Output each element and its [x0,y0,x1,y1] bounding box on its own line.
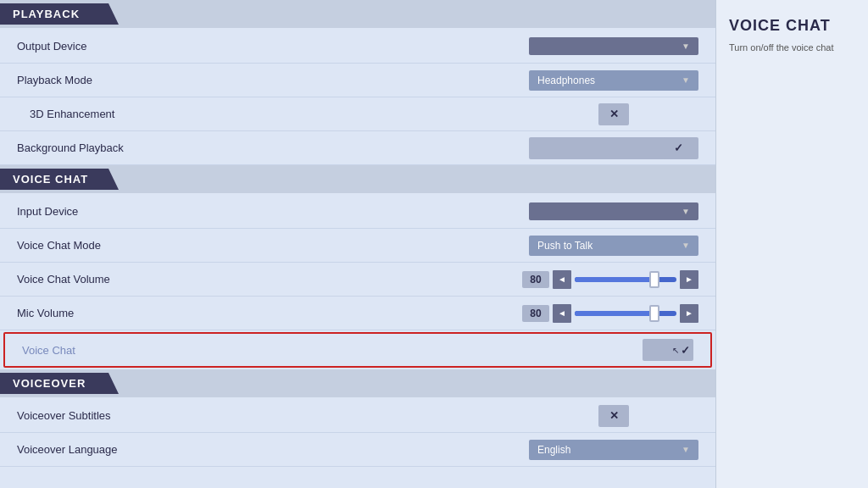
voicechat-section-header-row: VOICE CHAT [0,165,715,193]
output-device-label: Output Device [17,40,529,53]
input-device-row: Input Device ▼ [0,195,715,229]
voicechat-section-header: VOICE CHAT [0,169,119,190]
voice-chat-cursor-icon: ↖ [672,346,679,355]
voiceover-section-header: VOICEOVER [0,373,119,394]
mic-volume-thumb[interactable] [649,305,659,322]
voiceover-language-arrow-icon: ▼ [682,445,690,454]
voiceover-subtitles-toggle[interactable]: ✕ [598,405,629,427]
voice-chat-mode-dropdown[interactable]: Push to Talk ▼ [529,236,698,256]
3d-enhancement-row: 3D Enhancement ✕ [0,97,715,131]
voice-chat-volume-track-bg [575,277,676,282]
output-device-row: Output Device ▼ [0,30,715,64]
mic-volume-control: 80 ◄ ► [522,304,698,323]
mic-volume-decrease-button[interactable]: ◄ [553,304,571,323]
playback-section-header: PLAYBACK [0,3,119,25]
voice-chat-toggle-label: Voice Chat [22,344,643,357]
voice-chat-toggle[interactable]: ↖ ✓ [643,339,693,361]
voice-chat-check-icon: ✓ [681,344,690,357]
voice-chat-mode-row: Voice Chat Mode Push to Talk ▼ [0,229,715,263]
voice-chat-toggle-row: Voice Chat ↖ ✓ [3,332,712,368]
voice-chat-volume-thumb[interactable] [649,271,659,288]
mic-volume-track [575,304,676,323]
side-panel: VOICE CHAT Turn on/off the voice chat [715,0,868,488]
playback-mode-arrow-icon: ▼ [682,75,690,85]
voice-chat-mode-label: Voice Chat Mode [17,239,529,252]
input-device-label: Input Device [17,205,529,218]
voiceover-section-header-row: VOICEOVER [0,369,715,397]
voice-chat-volume-increase-button[interactable]: ► [680,270,698,289]
background-playback-label: Background Playback [17,141,529,154]
voice-chat-volume-row: Voice Chat Volume 80 ◄ ► [0,263,715,297]
voice-chat-volume-control: 80 ◄ ► [522,270,698,289]
output-device-dropdown[interactable]: ▼ [529,37,698,55]
background-playback-check-icon: ✓ [674,141,683,154]
side-panel-description: Turn on/off the voice chat [729,42,855,54]
background-playback-toggle-area: ✓ [529,137,698,159]
output-device-arrow-icon: ▼ [682,42,690,51]
voice-chat-volume-label: Voice Chat Volume [17,273,522,286]
voice-chat-mode-arrow-icon: ▼ [682,241,690,250]
voiceover-language-row: Voiceover Language English ▼ [0,433,715,467]
3d-enhancement-x-icon: ✕ [609,108,619,120]
playback-mode-value: Headphones [537,75,595,86]
voiceover-subtitles-label: Voiceover Subtitles [17,409,529,422]
background-playback-toggle[interactable]: ✓ [663,137,693,159]
voice-chat-volume-value: 80 [522,271,549,288]
3d-enhancement-label: 3D Enhancement [30,108,529,120]
voice-chat-volume-track [575,270,676,289]
voiceover-label: VOICEOVER [13,377,86,390]
voice-chat-volume-decrease-button[interactable]: ◄ [553,270,571,289]
mic-volume-label: Mic Volume [17,307,522,319]
playback-label: PLAYBACK [13,8,80,20]
voice-chat-mode-value: Push to Talk [537,240,593,252]
playback-mode-label: Playback Mode [17,74,529,86]
voiceover-language-value: English [537,444,570,456]
main-panel: PLAYBACK Output Device ▼ Playback Mode H… [0,0,715,488]
background-playback-row: Background Playback ✓ [0,131,715,165]
input-device-arrow-icon: ▼ [682,207,690,216]
playback-section-header-row: PLAYBACK [0,0,715,28]
mic-volume-row: Mic Volume 80 ◄ ► [0,297,715,330]
playback-mode-dropdown[interactable]: Headphones ▼ [529,70,698,91]
voicechat-label: VOICE CHAT [13,173,88,186]
playback-mode-row: Playback Mode Headphones ▼ [0,64,715,97]
3d-enhancement-toggle[interactable]: ✕ [598,103,629,125]
voiceover-subtitles-row: Voiceover Subtitles ✕ [0,399,715,433]
mic-volume-increase-button[interactable]: ► [680,304,698,323]
mic-volume-fill [575,311,651,316]
voice-chat-volume-fill [575,277,651,282]
mic-volume-value: 80 [522,305,549,322]
voiceover-language-dropdown[interactable]: English ▼ [529,440,698,460]
side-panel-title: VOICE CHAT [729,17,855,35]
input-device-dropdown[interactable]: ▼ [529,202,698,220]
voiceover-language-label: Voiceover Language [17,443,529,456]
voiceover-subtitles-x-icon: ✕ [609,409,619,422]
mic-volume-track-bg [575,311,676,316]
